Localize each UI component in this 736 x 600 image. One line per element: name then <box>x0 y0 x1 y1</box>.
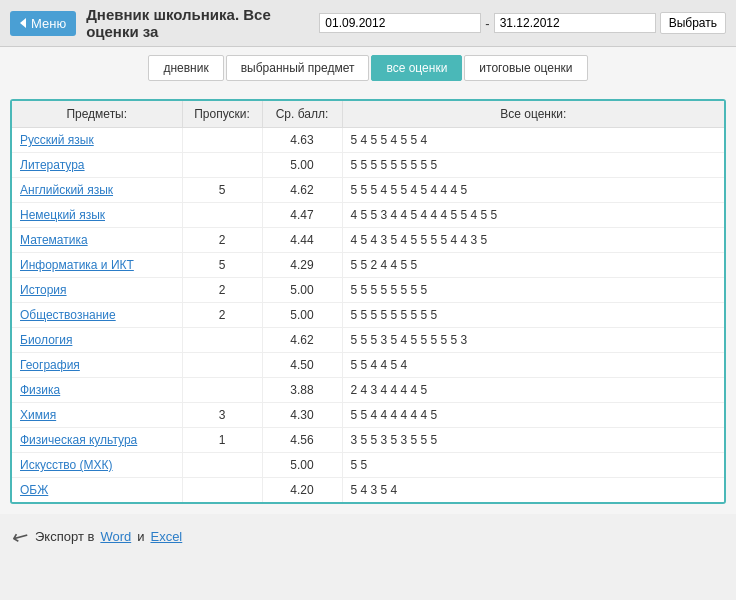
cell-grades: 5 5 <box>342 453 724 478</box>
cell-absences: 2 <box>182 278 262 303</box>
cell-absences <box>182 203 262 228</box>
table-row: Обществознание25.005 5 5 5 5 5 5 5 5 <box>12 303 724 328</box>
subject-link[interactable]: Физика <box>20 383 60 397</box>
cell-absences <box>182 478 262 503</box>
table-row: География4.505 5 4 4 5 4 <box>12 353 724 378</box>
table-row: Русский язык4.635 4 5 5 4 5 5 4 <box>12 128 724 153</box>
col-header-avg: Ср. балл: <box>262 101 342 128</box>
subject-link[interactable]: Искусство (МХК) <box>20 458 113 472</box>
table-row: Физическая культура14.563 5 5 3 5 3 5 5 … <box>12 428 724 453</box>
cell-grades: 5 5 5 5 5 5 5 5 5 <box>342 153 724 178</box>
subject-link[interactable]: Математика <box>20 233 88 247</box>
menu-button[interactable]: Меню <box>10 11 76 36</box>
table-row: Математика24.444 5 4 3 5 4 5 5 5 5 4 4 3… <box>12 228 724 253</box>
cell-avg: 4.62 <box>262 328 342 353</box>
cell-grades: 5 5 5 3 5 4 5 5 5 5 5 3 <box>342 328 724 353</box>
subject-link[interactable]: Химия <box>20 408 56 422</box>
cell-absences: 2 <box>182 228 262 253</box>
cell-grades: 4 5 4 3 5 4 5 5 5 5 4 4 3 5 <box>342 228 724 253</box>
subject-link[interactable]: Немецкий язык <box>20 208 105 222</box>
export-label: Экспорт в <box>35 529 94 544</box>
cell-avg: 4.44 <box>262 228 342 253</box>
export-section: ↙ Экспорт в Word и Excel <box>0 514 736 558</box>
cell-avg: 4.62 <box>262 178 342 203</box>
date-range: - Выбрать <box>319 12 726 34</box>
table-row: Физика3.882 4 3 4 4 4 4 5 <box>12 378 724 403</box>
subject-link[interactable]: Английский язык <box>20 183 113 197</box>
tab-subject[interactable]: выбранный предмет <box>226 55 370 81</box>
cell-grades: 5 4 5 5 4 5 5 4 <box>342 128 724 153</box>
date-from-input[interactable] <box>319 13 481 33</box>
page-title: Дневник школьника. Все оценки за <box>86 6 309 40</box>
cell-grades: 2 4 3 4 4 4 4 5 <box>342 378 724 403</box>
cell-avg: 5.00 <box>262 153 342 178</box>
tab-diary[interactable]: дневник <box>148 55 223 81</box>
table-row: ОБЖ4.205 4 3 5 4 <box>12 478 724 503</box>
subject-link[interactable]: ОБЖ <box>20 483 48 497</box>
cell-avg: 5.00 <box>262 453 342 478</box>
cell-avg: 5.00 <box>262 278 342 303</box>
table-row: Английский язык54.625 5 5 4 5 5 4 5 4 4 … <box>12 178 724 203</box>
col-header-grades: Все оценки: <box>342 101 724 128</box>
menu-label: Меню <box>31 16 66 31</box>
subject-link[interactable]: Биология <box>20 333 72 347</box>
cell-grades: 5 5 5 5 5 5 5 5 <box>342 278 724 303</box>
subject-link[interactable]: История <box>20 283 67 297</box>
table-row: Искусство (МХК)5.005 5 <box>12 453 724 478</box>
subject-link[interactable]: Литература <box>20 158 85 172</box>
cell-avg: 4.47 <box>262 203 342 228</box>
cell-absences: 2 <box>182 303 262 328</box>
col-header-subject: Предметы: <box>12 101 182 128</box>
table-row: Информатика и ИКТ54.295 5 2 4 4 5 5 <box>12 253 724 278</box>
grades-table: Предметы: Пропуски: Ср. балл: Все оценки… <box>12 101 724 502</box>
main-content: Предметы: Пропуски: Ср. балл: Все оценки… <box>0 89 736 514</box>
table-row: Биология4.625 5 5 3 5 4 5 5 5 5 5 3 <box>12 328 724 353</box>
export-arrow-icon: ↙ <box>7 521 34 550</box>
cell-grades: 5 4 3 5 4 <box>342 478 724 503</box>
date-separator: - <box>485 16 489 31</box>
cell-absences: 1 <box>182 428 262 453</box>
cell-absences: 5 <box>182 178 262 203</box>
grades-table-wrapper: Предметы: Пропуски: Ср. балл: Все оценки… <box>10 99 726 504</box>
export-excel-link[interactable]: Excel <box>150 529 182 544</box>
subject-link[interactable]: Обществознание <box>20 308 116 322</box>
cell-grades: 4 5 5 3 4 4 5 4 4 4 5 5 4 5 5 <box>342 203 724 228</box>
cell-avg: 4.29 <box>262 253 342 278</box>
cell-grades: 5 5 5 4 5 5 4 5 4 4 4 5 <box>342 178 724 203</box>
header: Меню Дневник школьника. Все оценки за - … <box>0 0 736 47</box>
cell-avg: 4.63 <box>262 128 342 153</box>
table-row: История25.005 5 5 5 5 5 5 5 <box>12 278 724 303</box>
cell-absences <box>182 353 262 378</box>
subject-link[interactable]: Физическая культура <box>20 433 137 447</box>
cell-avg: 4.20 <box>262 478 342 503</box>
table-header-row: Предметы: Пропуски: Ср. балл: Все оценки… <box>12 101 724 128</box>
select-button[interactable]: Выбрать <box>660 12 726 34</box>
cell-grades: 5 5 4 4 5 4 <box>342 353 724 378</box>
cell-absences <box>182 453 262 478</box>
cell-absences: 5 <box>182 253 262 278</box>
back-arrow-icon <box>20 18 26 28</box>
cell-avg: 3.88 <box>262 378 342 403</box>
cell-absences <box>182 328 262 353</box>
cell-absences <box>182 378 262 403</box>
cell-avg: 4.56 <box>262 428 342 453</box>
subject-link[interactable]: Информатика и ИКТ <box>20 258 134 272</box>
table-row: Химия34.305 5 4 4 4 4 4 4 5 <box>12 403 724 428</box>
subject-link[interactable]: География <box>20 358 80 372</box>
table-row: Литература5.005 5 5 5 5 5 5 5 5 <box>12 153 724 178</box>
cell-absences <box>182 153 262 178</box>
tabs-bar: дневник выбранный предмет все оценки ито… <box>0 47 736 89</box>
table-row: Немецкий язык4.474 5 5 3 4 4 5 4 4 4 5 5… <box>12 203 724 228</box>
cell-avg: 4.50 <box>262 353 342 378</box>
date-to-input[interactable] <box>494 13 656 33</box>
subject-link[interactable]: Русский язык <box>20 133 94 147</box>
cell-avg: 4.30 <box>262 403 342 428</box>
cell-grades: 3 5 5 3 5 3 5 5 5 <box>342 428 724 453</box>
export-conjunction: и <box>137 529 144 544</box>
col-header-absences: Пропуски: <box>182 101 262 128</box>
tab-final-grades[interactable]: итоговые оценки <box>464 55 587 81</box>
cell-grades: 5 5 4 4 4 4 4 4 5 <box>342 403 724 428</box>
export-word-link[interactable]: Word <box>100 529 131 544</box>
tab-all-grades[interactable]: все оценки <box>371 55 462 81</box>
cell-absences: 3 <box>182 403 262 428</box>
